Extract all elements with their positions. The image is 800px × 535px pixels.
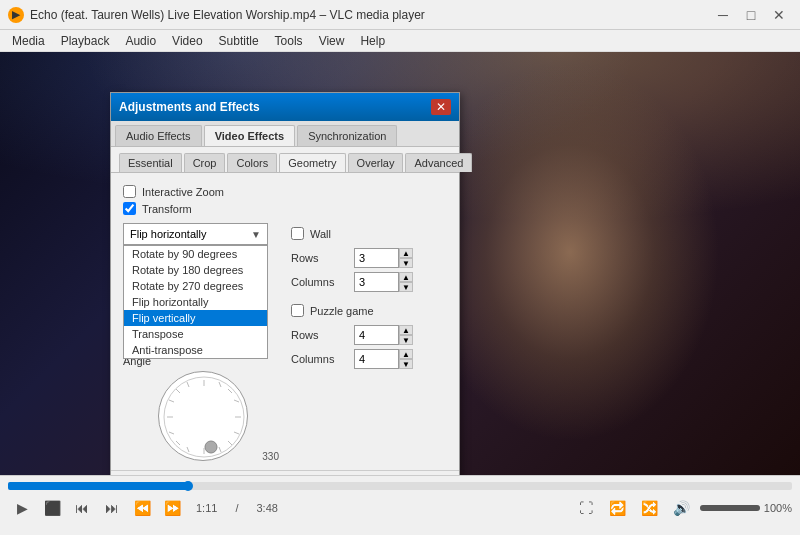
svg-point-17 <box>205 441 217 453</box>
prev-button[interactable]: ⏮ <box>68 496 96 520</box>
minimize-button[interactable]: ─ <box>710 5 736 25</box>
subtab-crop[interactable]: Crop <box>184 153 226 172</box>
menu-video[interactable]: Video <box>164 32 210 50</box>
play-button[interactable]: ▶ <box>8 496 36 520</box>
dropdown-item-5[interactable]: Transpose <box>124 326 267 342</box>
interactive-zoom-label: Interactive Zoom <box>142 186 224 198</box>
puzzle-rows-spinbox: 4 ▲ ▼ <box>354 325 413 345</box>
wall-columns-input[interactable]: 3 <box>354 272 399 292</box>
wall-columns-spinbox: 3 ▲ ▼ <box>354 272 413 292</box>
two-col-layout: Flip horizontally ▼ Rotate by 90 degrees… <box>123 219 447 462</box>
dialog-content: Interactive Zoom Transform Flip horizont… <box>111 173 459 470</box>
next-button[interactable]: ⏭ <box>98 496 126 520</box>
angle-dial[interactable] <box>158 371 248 461</box>
tab-synchronization[interactable]: Synchronization <box>297 125 397 146</box>
menu-media[interactable]: Media <box>4 32 53 50</box>
menu-playback[interactable]: Playback <box>53 32 118 50</box>
current-time: 1:11 <box>196 502 217 514</box>
volume-bar[interactable] <box>700 505 760 511</box>
controls-right: ⛶ 🔁 🔀 🔊 100% <box>572 496 792 520</box>
progress-track[interactable] <box>8 482 792 490</box>
wall-rows-arrows: ▲ ▼ <box>399 248 413 268</box>
left-column: Flip horizontally ▼ Rotate by 90 degrees… <box>123 219 283 462</box>
loop-button[interactable]: 🔁 <box>604 496 632 520</box>
progress-fill <box>8 482 188 490</box>
title-bar: ▶ Echo (feat. Tauren Wells) Live Elevati… <box>0 0 800 30</box>
menu-help[interactable]: Help <box>352 32 393 50</box>
wall-section: Wall Rows 3 ▲ ▼ <box>291 227 447 292</box>
dropdown-item-2[interactable]: Rotate by 270 degrees <box>124 278 267 294</box>
wall-checkbox-row: Wall <box>291 227 447 240</box>
volume-icon[interactable]: 🔊 <box>668 496 696 520</box>
puzzle-columns-value: 4 <box>359 353 365 365</box>
dropdown-item-0[interactable]: Rotate by 90 degrees <box>124 246 267 262</box>
fullscreen-button[interactable]: ⛶ <box>572 496 600 520</box>
dropdown-item-6[interactable]: Anti-transpose <box>124 342 267 358</box>
puzzle-columns-row: Columns 4 ▲ ▼ <box>291 349 447 369</box>
puzzle-columns-up-arrow[interactable]: ▲ <box>399 349 413 359</box>
menu-subtitle[interactable]: Subtitle <box>211 32 267 50</box>
puzzle-checkbox[interactable] <box>291 304 304 317</box>
wall-rows-down-arrow[interactable]: ▼ <box>399 258 413 268</box>
frame-back-button[interactable]: ⏪ <box>128 496 156 520</box>
puzzle-columns-down-arrow[interactable]: ▼ <box>399 359 413 369</box>
dropdown-item-4[interactable]: Flip vertically <box>124 310 267 326</box>
puzzle-columns-input[interactable]: 4 <box>354 349 399 369</box>
angle-dial-container <box>158 371 248 461</box>
puzzle-rows-up-arrow[interactable]: ▲ <box>399 325 413 335</box>
wall-columns-up-arrow[interactable]: ▲ <box>399 272 413 282</box>
wall-rows-spinbox: 3 ▲ ▼ <box>354 248 413 268</box>
subtab-overlay[interactable]: Overlay <box>348 153 404 172</box>
total-time: 3:48 <box>256 502 277 514</box>
progress-handle[interactable] <box>183 481 193 491</box>
puzzle-section: Puzzle game Rows 4 ▲ ▼ <box>291 304 447 369</box>
subtab-geometry[interactable]: Geometry <box>279 153 345 172</box>
puzzle-columns-arrows: ▲ ▼ <box>399 349 413 369</box>
transform-row: Transform <box>123 202 447 215</box>
puzzle-rows-arrows: ▲ ▼ <box>399 325 413 345</box>
svg-line-14 <box>234 432 239 434</box>
transform-dropdown-button[interactable]: Flip horizontally ▼ <box>123 223 268 245</box>
wall-checkbox[interactable] <box>291 227 304 240</box>
wall-rows-up-arrow[interactable]: ▲ <box>399 248 413 258</box>
subtab-essential[interactable]: Essential <box>119 153 182 172</box>
subtab-advanced[interactable]: Advanced <box>405 153 472 172</box>
wall-columns-down-arrow[interactable]: ▼ <box>399 282 413 292</box>
puzzle-rows-down-arrow[interactable]: ▼ <box>399 335 413 345</box>
angle-section: Angle <box>123 355 283 462</box>
title-bar-left: ▶ Echo (feat. Tauren Wells) Live Elevati… <box>8 7 425 23</box>
puzzle-checkbox-row: Puzzle game <box>291 304 447 317</box>
svg-line-5 <box>176 389 180 393</box>
dropdown-item-1[interactable]: Rotate by 180 degrees <box>124 262 267 278</box>
svg-line-8 <box>228 441 232 445</box>
puzzle-rows-value: 4 <box>359 329 365 341</box>
menu-tools[interactable]: Tools <box>267 32 311 50</box>
wall-columns-label: Columns <box>291 276 346 288</box>
dropdown-arrow-icon: ▼ <box>251 229 261 240</box>
tab-audio-effects[interactable]: Audio Effects <box>115 125 202 146</box>
random-button[interactable]: 🔀 <box>636 496 664 520</box>
menu-audio[interactable]: Audio <box>117 32 164 50</box>
transform-checkbox[interactable] <box>123 202 136 215</box>
svg-line-6 <box>228 389 232 393</box>
svg-line-10 <box>219 382 221 387</box>
svg-line-16 <box>219 447 221 452</box>
svg-line-12 <box>169 432 174 434</box>
menu-view[interactable]: View <box>311 32 353 50</box>
interactive-zoom-checkbox[interactable] <box>123 185 136 198</box>
wall-rows-input[interactable]: 3 <box>354 248 399 268</box>
subtab-colors[interactable]: Colors <box>227 153 277 172</box>
dialog-close-x-button[interactable]: ✕ <box>431 99 451 115</box>
frame-forward-button[interactable]: ⏩ <box>158 496 186 520</box>
dropdown-item-3[interactable]: Flip horizontally <box>124 294 267 310</box>
wall-columns-value: 3 <box>359 276 365 288</box>
window-close-button[interactable]: ✕ <box>766 5 792 25</box>
transform-dropdown-list: Rotate by 90 degrees Rotate by 180 degre… <box>123 245 268 359</box>
controls-left: ▶ ⬛ ⏮ ⏭ ⏪ ⏩ 1:11 / 3:48 <box>8 496 286 520</box>
dropdown-current-value: Flip horizontally <box>130 228 206 240</box>
stop-button[interactable]: ⬛ <box>38 496 66 520</box>
maximize-button[interactable]: □ <box>738 5 764 25</box>
tab-video-effects[interactable]: Video Effects <box>204 125 296 146</box>
puzzle-rows-row: Rows 4 ▲ ▼ <box>291 325 447 345</box>
puzzle-rows-input[interactable]: 4 <box>354 325 399 345</box>
